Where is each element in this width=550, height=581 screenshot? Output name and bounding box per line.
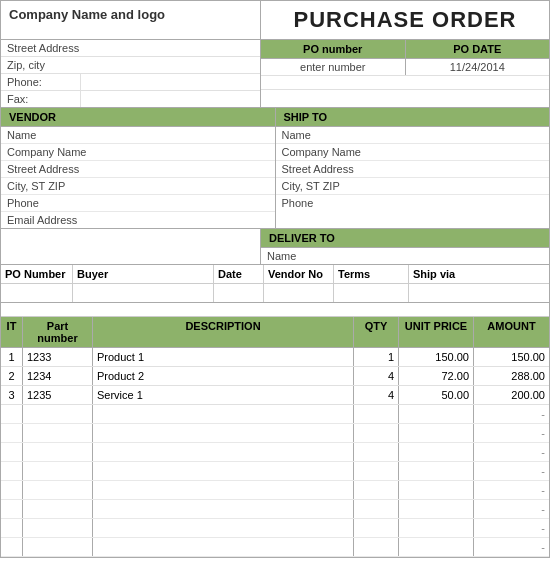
ship-street: Street Address bbox=[276, 161, 550, 177]
fax-row: Fax: bbox=[1, 91, 260, 107]
deliver-left-empty bbox=[1, 229, 261, 264]
uprice-header: UNIT PRICE bbox=[399, 317, 474, 347]
amount-header: AMOUNT bbox=[474, 317, 549, 347]
po-info-headers: PO Number Buyer Date Vendor No Terms Shi… bbox=[1, 265, 549, 284]
items-header-row: IT Part number DESCRIPTION QTY UNIT PRIC… bbox=[1, 317, 549, 348]
empty-amount-2: - bbox=[474, 424, 549, 442]
vendor-phone-row: Phone bbox=[1, 195, 275, 212]
empty-amount-3: - bbox=[474, 443, 549, 461]
phone-label: Phone: bbox=[1, 74, 81, 90]
terms-val bbox=[334, 284, 409, 302]
po-number-col-header: PO Number bbox=[1, 265, 73, 283]
deliver-empty bbox=[1, 229, 260, 245]
terms-col-header: Terms bbox=[334, 265, 409, 283]
item-1-it: 1 bbox=[1, 348, 23, 366]
po-date-value: 11/24/2014 bbox=[406, 59, 550, 75]
empty-item-row-1: - bbox=[1, 405, 549, 424]
vendor-company-row: Company Name bbox=[1, 144, 275, 161]
ship-phone-row: Phone bbox=[276, 195, 550, 211]
item-3-desc: Service 1 bbox=[93, 386, 354, 404]
header-section: Company Name and logo PURCHASE ORDER bbox=[1, 1, 549, 40]
empty-item-row-8: - bbox=[1, 538, 549, 557]
ship-via-val bbox=[409, 284, 549, 302]
street-address: Street Address bbox=[1, 40, 260, 56]
spacer-row bbox=[1, 303, 549, 317]
empty-right-1 bbox=[261, 75, 549, 89]
vendor-no-val bbox=[264, 284, 334, 302]
company-name: Company Name and logo bbox=[9, 7, 252, 22]
item-1-part: 1233 bbox=[23, 348, 93, 366]
empty-item-row-3: - bbox=[1, 443, 549, 462]
item-2-qty: 4 bbox=[354, 367, 399, 385]
desc-header: DESCRIPTION bbox=[93, 317, 354, 347]
fax-value bbox=[81, 91, 260, 107]
purchase-order-form: Company Name and logo PURCHASE ORDER Str… bbox=[0, 0, 550, 558]
po-date-header: PO DATE bbox=[406, 40, 550, 58]
date-col-header: Date bbox=[214, 265, 264, 283]
empty-it-1 bbox=[1, 405, 23, 423]
zip-city: Zip, city bbox=[1, 57, 260, 73]
empty-part-1 bbox=[23, 405, 93, 423]
vendor-city-row: City, ST ZIP bbox=[1, 178, 275, 195]
empty-amount-8: - bbox=[474, 538, 549, 556]
vendor-street: Street Address bbox=[1, 161, 275, 177]
ship-name-row: Name bbox=[276, 127, 550, 144]
ship-city: City, ST ZIP bbox=[276, 178, 550, 194]
vendor-name: Name bbox=[1, 127, 275, 143]
ship-to-header: SHIP TO bbox=[276, 108, 550, 127]
empty-item-row-7: - bbox=[1, 519, 549, 538]
po-num-date-block: PO number PO DATE enter number 11/24/201… bbox=[261, 40, 549, 107]
vendor-email-row: Email Address bbox=[1, 212, 275, 228]
partnum-header: Part number bbox=[23, 317, 93, 347]
empty-item-row-5: - bbox=[1, 481, 549, 500]
po-num-date-headers: PO number PO DATE bbox=[261, 40, 549, 59]
ship-company-row: Company Name bbox=[276, 144, 550, 161]
ship-name: Name bbox=[276, 127, 550, 143]
item-2-desc: Product 2 bbox=[93, 367, 354, 385]
ship-city-row: City, ST ZIP bbox=[276, 178, 550, 195]
buyer-col-header: Buyer bbox=[73, 265, 214, 283]
vendor-company: Company Name bbox=[1, 144, 275, 160]
ship-via-col-header: Ship via bbox=[409, 265, 549, 283]
item-row-3: 3 1235 Service 1 4 50.00 200.00 bbox=[1, 386, 549, 405]
empty-desc-1 bbox=[93, 405, 354, 423]
qty-header: QTY bbox=[354, 317, 399, 347]
ship-company: Company Name bbox=[276, 144, 550, 160]
po-number-value: enter number bbox=[261, 59, 406, 75]
item-1-uprice: 150.00 bbox=[399, 348, 474, 366]
address-left: Street Address Zip, city Phone: Fax: bbox=[1, 40, 261, 107]
ship-to-block: SHIP TO Name Company Name Street Address… bbox=[276, 108, 550, 228]
empty-amount-6: - bbox=[474, 500, 549, 518]
item-1-amount: 150.00 bbox=[474, 348, 549, 366]
empty-item-row-4: - bbox=[1, 462, 549, 481]
empty-amount-5: - bbox=[474, 481, 549, 499]
item-3-qty: 4 bbox=[354, 386, 399, 404]
street-row: Street Address bbox=[1, 40, 260, 57]
empty-item-row-6: - bbox=[1, 500, 549, 519]
item-1-desc: Product 1 bbox=[93, 348, 354, 366]
deliver-section: DELIVER TO Name bbox=[1, 229, 549, 265]
item-3-amount: 200.00 bbox=[474, 386, 549, 404]
it-header: IT bbox=[1, 317, 23, 347]
vendor-phone: Phone bbox=[1, 195, 275, 211]
zip-city-row: Zip, city bbox=[1, 57, 260, 74]
address-ponu-section: Street Address Zip, city Phone: Fax: PO … bbox=[1, 40, 549, 108]
item-2-it: 2 bbox=[1, 367, 23, 385]
phone-value bbox=[81, 74, 260, 90]
vendor-name-row: Name bbox=[1, 127, 275, 144]
vendor-city: City, ST ZIP bbox=[1, 178, 275, 194]
deliver-name: Name bbox=[261, 248, 549, 264]
ship-street-row: Street Address bbox=[276, 161, 550, 178]
item-1-qty: 1 bbox=[354, 348, 399, 366]
empty-amount-4: - bbox=[474, 462, 549, 480]
deliver-to-header: DELIVER TO bbox=[261, 229, 549, 248]
empty-qty-1 bbox=[354, 405, 399, 423]
po-num-date-values: enter number 11/24/2014 bbox=[261, 59, 549, 75]
po-title-block: PURCHASE ORDER bbox=[261, 1, 549, 39]
vendor-email: Email Address bbox=[1, 212, 275, 228]
po-number-val bbox=[1, 284, 73, 302]
po-number-header: PO number bbox=[261, 40, 406, 58]
empty-uprice-1 bbox=[399, 405, 474, 423]
company-block: Company Name and logo bbox=[1, 1, 261, 39]
po-info-data-row bbox=[1, 284, 549, 302]
